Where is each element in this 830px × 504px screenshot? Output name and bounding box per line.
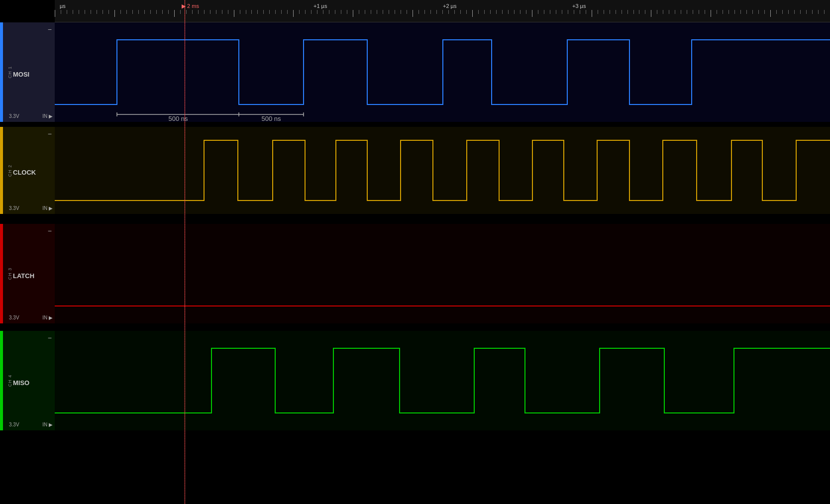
ch3-minimize[interactable]: − — [48, 227, 52, 235]
tick-108 — [699, 10, 699, 14]
tick-0 — [55, 10, 55, 17]
ch2-row: CH 2 − CLOCK 3.3V IN ▶ — [0, 127, 830, 214]
tick-94 — [616, 10, 616, 14]
ch4-minimize[interactable]: − — [48, 334, 52, 342]
tick-100 — [651, 10, 651, 17]
tick-96 — [627, 10, 628, 14]
tick-124 — [794, 10, 795, 14]
tick-75 — [502, 10, 503, 14]
tick-45 — [323, 10, 323, 14]
tick-51 — [359, 10, 359, 14]
ch3-row: CH 3 − LATCH 3.3V IN ▶ — [0, 224, 830, 323]
tick-32 — [246, 10, 246, 14]
tick-31 — [240, 10, 240, 14]
timeline-marker-2us: +2 µs — [443, 3, 456, 9]
ch4-input: IN ▶ — [42, 422, 53, 427]
tick-120 — [770, 10, 771, 17]
tick-3 — [73, 10, 73, 14]
tick-56 — [389, 10, 389, 14]
tick-104 — [675, 10, 675, 14]
svg-text:500 ns: 500 ns — [168, 115, 188, 122]
ch2-label-area: CH 2 − CLOCK 3.3V IN ▶ — [0, 127, 55, 214]
tick-52 — [365, 10, 365, 14]
tick-44 — [317, 10, 317, 14]
tick-127 — [812, 10, 813, 14]
ch4-svg — [55, 331, 830, 430]
tick-60 — [413, 10, 413, 17]
ch1-waveform: 500 ns 500 ns — [55, 22, 830, 122]
tick-116 — [746, 10, 747, 14]
tick-99 — [645, 10, 645, 14]
tick-61 — [418, 10, 419, 14]
tick-87 — [574, 10, 574, 14]
ch1-ch2-gap — [0, 122, 830, 127]
tick-121 — [776, 10, 777, 14]
tick-2 — [67, 10, 67, 14]
ch2-voltage: 3.3V — [9, 205, 19, 211]
tick-74 — [496, 10, 497, 14]
ch1-input: IN ▶ — [42, 113, 53, 119]
ch2-svg — [55, 127, 830, 214]
ch1-minimize[interactable]: − — [48, 25, 52, 33]
tick-59 — [407, 10, 407, 14]
ch4-row: CH 4 − MISO 3.3V IN ▶ — [0, 331, 830, 430]
tick-5 — [85, 10, 85, 14]
tick-16 — [150, 10, 151, 14]
tick-33 — [251, 10, 252, 14]
ch4-color-bar — [0, 331, 3, 430]
tick-98 — [639, 10, 639, 14]
tick-123 — [788, 10, 789, 14]
ch4-name: MISO — [13, 379, 29, 387]
ch3-vertical-label: CH 3 — [7, 268, 12, 280]
tick-65 — [442, 10, 443, 14]
tick-29 — [228, 10, 228, 14]
tick-8 — [103, 10, 103, 14]
tick-129 — [824, 10, 825, 14]
tick-118 — [758, 10, 759, 14]
ch3-waveform — [55, 224, 830, 323]
tick-34 — [257, 10, 258, 14]
svg-text:500 ns: 500 ns — [261, 115, 281, 122]
tick-26 — [210, 10, 210, 14]
tick-62 — [424, 10, 425, 14]
tick-39 — [287, 10, 288, 14]
ch1-name: MOSI — [13, 71, 29, 78]
tick-64 — [436, 10, 437, 14]
ch2-color-bar — [0, 127, 3, 214]
tick-95 — [622, 10, 622, 14]
ch3-label-area: CH 3 − LATCH 3.3V IN ▶ — [0, 224, 55, 323]
tick-21 — [180, 10, 181, 14]
tick-83 — [550, 10, 550, 14]
tick-47 — [335, 10, 335, 14]
tick-14 — [138, 10, 139, 14]
tick-85 — [562, 10, 562, 14]
tick-19 — [168, 10, 169, 14]
tick-35 — [263, 10, 264, 14]
tick-67 — [454, 10, 455, 14]
tick-111 — [717, 10, 717, 14]
tick-84 — [556, 10, 556, 14]
tick-71 — [478, 10, 479, 14]
tick-11 — [120, 10, 121, 14]
tick-72 — [484, 10, 485, 14]
tick-109 — [705, 10, 705, 14]
ch1-label-area: CH 1 − MOSI 3.3V IN ▶ — [0, 22, 55, 122]
tick-43 — [311, 10, 311, 14]
tick-27 — [216, 10, 216, 14]
tick-55 — [383, 10, 383, 14]
ch2-minimize[interactable]: − — [48, 130, 52, 138]
tick-28 — [222, 10, 222, 14]
tick-69 — [466, 10, 467, 14]
tick-68 — [460, 10, 461, 14]
tick-38 — [281, 10, 282, 14]
tick-53 — [371, 10, 371, 14]
tick-37 — [275, 10, 276, 14]
tick-1 — [61, 10, 61, 14]
tick-88 — [580, 10, 580, 14]
tick-128 — [818, 10, 819, 14]
timeline-marker-1us: +1 µs — [313, 3, 327, 9]
tick-122 — [782, 10, 783, 14]
tick-41 — [299, 10, 300, 14]
tick-24 — [198, 10, 199, 14]
ch1-voltage: 3.3V — [9, 113, 19, 119]
